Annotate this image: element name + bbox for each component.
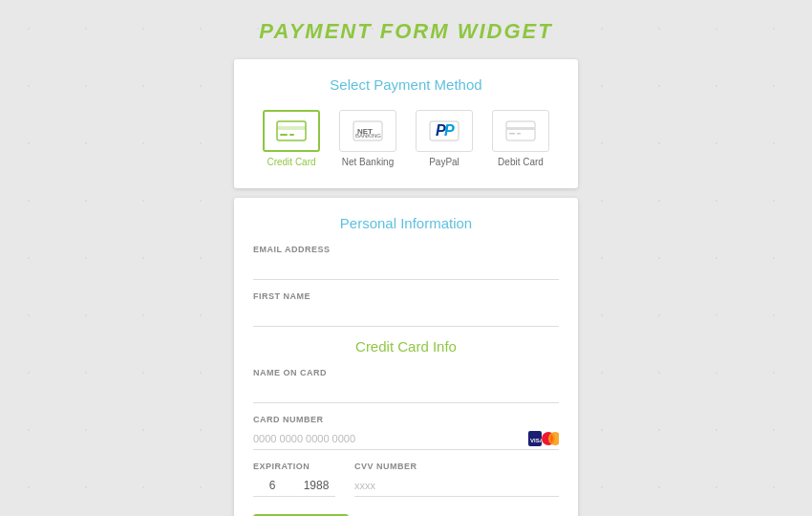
paypal-label: PayPal [429,157,459,167]
payment-method-net-banking[interactable]: NET BANKING Net Banking [335,106,400,171]
svg-rect-11 [506,127,535,130]
payment-method-paypal[interactable]: P P PayPal [412,106,477,171]
payment-methods-container: Credit Card NET BANKING Net Banking [253,106,559,171]
svg-text:BANKING: BANKING [355,133,381,139]
name-on-card-label: NAME ON CARD [253,368,559,377]
expiry-label: EXPIRATION [253,462,335,471]
expiry-inputs [253,475,335,497]
payment-method-credit-card[interactable]: Credit Card [259,106,324,171]
svg-rect-0 [277,121,306,140]
svg-rect-10 [506,121,535,140]
svg-rect-3 [289,134,294,136]
card-number-label: CARD NUMBER [253,415,559,424]
name-on-card-input[interactable] [253,381,559,403]
first-name-input[interactable] [253,305,559,327]
payment-method-debit-card[interactable]: Debit Card [488,106,553,171]
email-label: EMAIL ADDRESS [253,245,559,254]
first-name-label: FIRST NAME [253,291,559,301]
card-number-group: CARD NUMBER VISA [253,415,559,450]
paypal-icon-box: P P [416,110,473,152]
credit-card-label: Credit Card [267,157,315,167]
personal-info-title: Personal Information [253,215,559,231]
net-banking-icon-box: NET BANKING [339,110,396,152]
card-number-input[interactable] [253,428,528,449]
payment-method-title: Select Payment Method [253,76,559,93]
cvv-input[interactable] [354,475,559,497]
expiry-year-input[interactable] [297,475,335,496]
net-banking-label: Net Banking [342,157,394,167]
svg-rect-12 [509,133,515,135]
svg-rect-1 [277,126,306,130]
main-form-card: Personal Information EMAIL ADDRESS FIRST… [234,198,578,516]
email-group: EMAIL ADDRESS [253,245,559,280]
debit-card-label: Debit Card [498,157,544,167]
card-number-wrapper: VISA [253,428,559,450]
svg-text:P: P [444,122,455,139]
svg-rect-13 [517,133,521,135]
page-title: PAYMENT FORM WIDGET [259,19,552,44]
card-type-badges: VISA [528,430,559,447]
cvv-label: CVV NUMBER [354,462,559,471]
expiry-group: EXPIRATION [253,462,335,497]
debit-card-icon-box [492,110,549,152]
credit-card-icon-box [263,110,320,152]
name-on-card-group: NAME ON CARD [253,368,559,403]
cvv-group: CVV NUMBER [354,462,559,497]
expiry-cvv-row: EXPIRATION CVV NUMBER [253,462,559,508]
svg-rect-2 [280,134,288,136]
credit-card-info-title: Credit Card Info [253,338,559,355]
payment-method-card: Select Payment Method Credit Card [234,59,578,188]
first-name-group: FIRST NAME [253,291,559,327]
email-input[interactable] [253,258,559,280]
expiry-month-input[interactable] [253,475,291,496]
